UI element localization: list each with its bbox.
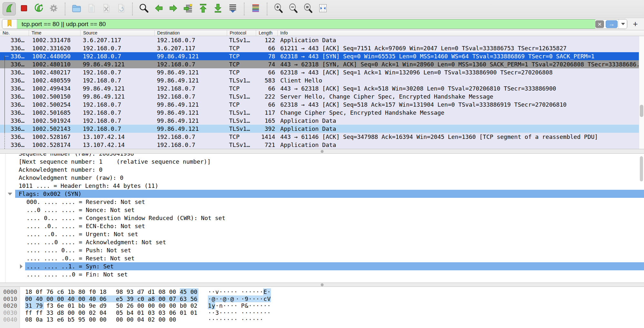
detail-line[interactable]: .... .... ...0 = Fin: Not set bbox=[0, 270, 644, 278]
toolbar-auto-scroll-button[interactable] bbox=[226, 2, 239, 15]
detail-line[interactable]: Acknowledgment number: 0 bbox=[0, 166, 644, 174]
packet-row[interactable]: 336…1002.480559192.168.0.799.86.49.121TL… bbox=[0, 76, 639, 84]
toolbar-resize-columns-button[interactable] bbox=[316, 2, 330, 15]
packet-row[interactable]: 336…1002.501685192.168.0.799.86.49.121TL… bbox=[0, 109, 639, 117]
packet-details-pane: Sequence number (raw): 2005041998[Next s… bbox=[0, 154, 644, 283]
filter-apply-button[interactable]: → bbox=[606, 20, 618, 28]
hex-byte: 79 bbox=[36, 302, 44, 309]
expander-closed-icon[interactable] bbox=[20, 264, 23, 269]
cell-time: 1002.501685 bbox=[29, 109, 81, 117]
hex-byte: 00 bbox=[169, 302, 177, 309]
detail-line[interactable]: .... ..0. .... = Urgent: Not set bbox=[0, 230, 644, 238]
hex-byte: e5 bbox=[116, 295, 127, 303]
packet-row[interactable]: 336…1002.50015099.86.49.121192.168.0.7TL… bbox=[0, 92, 639, 101]
hex-byte: 1b bbox=[68, 288, 76, 295]
filter-dropdown-button[interactable] bbox=[619, 19, 627, 29]
restart-icon bbox=[34, 3, 44, 15]
hex-row[interactable]: 0030ffff33d80000020405b4010303060101··3·… bbox=[0, 309, 644, 316]
display-filter-input[interactable] bbox=[17, 19, 595, 29]
packet-row[interactable]: 336…1002.49943499.86.49.121192.168.0.7TC… bbox=[0, 84, 639, 92]
ascii-char: · bbox=[248, 302, 252, 309]
hex-byte: ff bbox=[36, 309, 44, 316]
detail-line[interactable]: .... .... .0.. = Reset: Not set bbox=[0, 254, 644, 262]
ascii-char: · bbox=[260, 302, 264, 309]
column-header-no[interactable]: No. bbox=[0, 30, 29, 36]
column-header-length[interactable]: Length bbox=[256, 30, 278, 36]
column-header-destination[interactable]: Destination bbox=[155, 30, 227, 36]
hex-row[interactable]: 0000180f76c61b80f0189893d7d108004500··v·… bbox=[0, 288, 644, 295]
toolbar-zoom-out-button[interactable] bbox=[287, 2, 300, 15]
toolbar-find-packet-button[interactable] bbox=[137, 2, 150, 15]
hex-byte: 40 bbox=[36, 295, 46, 303]
packet-row[interactable]: 336…1002.48011099.86.49.121192.168.0.7TC… bbox=[0, 60, 639, 68]
toolbar-capture-options-button[interactable] bbox=[47, 2, 60, 15]
hex-row[interactable]: 00203179f36e01bb9ed9502600000000b0021y·n… bbox=[0, 302, 644, 309]
hex-row[interactable]: 00100040000040004006e539c0a800076356·@··… bbox=[0, 295, 644, 303]
ascii-char: · bbox=[226, 309, 230, 316]
packet-row[interactable]: 336…1002.501924192.168.0.799.86.49.121TL… bbox=[0, 117, 639, 125]
detail-line[interactable]: .... .... 0... = Push: Not set bbox=[0, 246, 644, 254]
cell-protocol: TCP bbox=[227, 44, 256, 52]
column-header-source[interactable]: Source bbox=[81, 30, 155, 36]
expander-open-icon[interactable] bbox=[8, 193, 12, 195]
hex-byte: 03 bbox=[148, 309, 156, 316]
toolbar-go-to-top-button[interactable] bbox=[197, 2, 210, 15]
hex-byte: 00 bbox=[148, 302, 156, 309]
filter-clear-button[interactable]: × bbox=[595, 20, 604, 28]
detail-line[interactable]: Acknowledgment number (raw): 0 bbox=[0, 174, 644, 182]
cell-protocol: TLSv1… bbox=[227, 117, 256, 125]
filter-bookmark-button[interactable] bbox=[2, 19, 17, 29]
packet-list-scrollbar[interactable] bbox=[639, 36, 644, 149]
toolbar-save-file-button[interactable] bbox=[85, 2, 98, 15]
toolbar-go-to-bottom-button[interactable] bbox=[211, 2, 225, 15]
packet-row[interactable]: 336…1002.502143192.168.0.799.86.49.121TL… bbox=[0, 125, 639, 133]
column-header-info[interactable]: Info bbox=[278, 30, 644, 36]
detail-line[interactable]: [Next sequence number: 1 (relative seque… bbox=[0, 158, 644, 166]
splitter-details-hex[interactable] bbox=[0, 283, 644, 287]
detail-line[interactable]: .... .0.. .... = ECN-Echo: Not set bbox=[0, 222, 644, 230]
detail-line[interactable]: 1011 .... = Header Length: 44 bytes (11) bbox=[0, 182, 644, 190]
detail-line[interactable]: ...0 .... .... = Nonce: Not set bbox=[0, 206, 644, 214]
toolbar-restart-button[interactable] bbox=[32, 2, 45, 15]
packet-row[interactable]: 336…1002.331620192.168.0.73.6.207.117TCP… bbox=[0, 44, 639, 52]
detail-line[interactable]: Flags: 0x002 (SYN) bbox=[0, 190, 644, 198]
toolbar-wireshark-start-button[interactable] bbox=[3, 2, 16, 15]
packet-row[interactable]: 336…1002.3314783.6.207.117192.168.0.7TLS… bbox=[0, 36, 639, 44]
scrollbar-thumb[interactable] bbox=[640, 105, 643, 117]
toolbar-zoom-in-button[interactable] bbox=[272, 2, 285, 15]
toolbar-go-back-button[interactable] bbox=[152, 2, 165, 15]
detail-line[interactable]: .... ...0 .... = Acknowledgment: Not set bbox=[0, 238, 644, 246]
ascii-char: · bbox=[248, 295, 252, 303]
packet-row[interactable]: 336…1002.52817413.107.42.14192.168.0.7TL… bbox=[0, 141, 639, 149]
packet-row[interactable]: 336…1002.480217192.168.0.799.86.49.121TC… bbox=[0, 68, 639, 76]
toolbar-open-file-button[interactable] bbox=[70, 2, 83, 15]
packet-row[interactable]: 336…1002.52816713.107.42.14192.168.0.7TC… bbox=[0, 133, 639, 141]
toolbar-stop-button[interactable] bbox=[17, 2, 31, 15]
detail-line[interactable]: .... 0... .... = Congestion Window Reduc… bbox=[0, 214, 644, 222]
toolbar-colorize-button[interactable] bbox=[249, 2, 262, 15]
toolbar-close-file-button[interactable] bbox=[100, 2, 113, 15]
detail-line[interactable]: .... .... ..1. = Syn: Set bbox=[0, 262, 644, 270]
detail-line[interactable]: Sequence number (raw): 2005041998 bbox=[0, 154, 644, 158]
packet-row[interactable]: 336…1002.500254192.168.0.799.86.49.121TC… bbox=[0, 101, 639, 109]
cell-time: 1002.500150 bbox=[29, 92, 81, 101]
hex-offset: 0040 bbox=[3, 316, 17, 323]
hex-byte: 00 bbox=[25, 295, 36, 303]
hex-ascii: ·············· bbox=[208, 316, 263, 323]
detail-line[interactable]: 000. .... .... = Reserved: Not set bbox=[0, 198, 644, 206]
go-to-packet-icon bbox=[183, 3, 194, 15]
filter-add-button[interactable]: + bbox=[630, 19, 641, 29]
hex-row[interactable]: 0040080a13e6b5950000000004020000········… bbox=[0, 316, 644, 323]
toolbar-go-to-packet-button[interactable] bbox=[182, 2, 195, 15]
reload-file-icon bbox=[116, 3, 126, 15]
toolbar-zoom-reset-button[interactable] bbox=[302, 2, 315, 15]
column-header-protocol[interactable]: Protocol bbox=[227, 30, 256, 36]
column-header-time[interactable]: Time bbox=[29, 30, 81, 36]
packet-row[interactable]: 336…1002.448050192.168.0.799.86.49.121TC… bbox=[0, 52, 639, 60]
cell-destination: 99.86.49.121 bbox=[155, 117, 227, 125]
toolbar-reload-file-button[interactable] bbox=[114, 2, 128, 15]
close-icon: × bbox=[598, 21, 601, 27]
go-back-icon bbox=[153, 3, 164, 15]
toolbar-go-forward-button[interactable] bbox=[167, 2, 180, 15]
splitter-list-details[interactable] bbox=[0, 149, 644, 154]
